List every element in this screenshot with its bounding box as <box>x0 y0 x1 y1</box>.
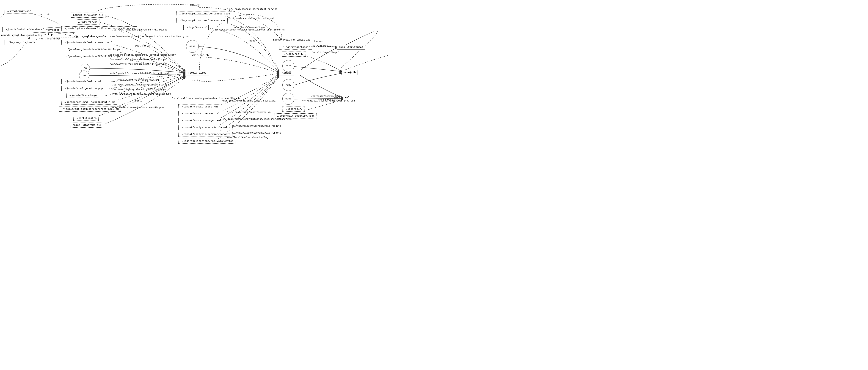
mysql-for-tomcat-node: mysql-for-tomcat <box>337 45 365 50</box>
certs-label2: certs <box>192 79 200 82</box>
var-www-urlmaker-label: /var/www/html/cgi-modules/GKB/URLMaker.p… <box>110 63 166 66</box>
certificates-node: ./certificates <box>73 116 98 121</box>
neo4j-db-node: neo4j-db <box>342 70 358 75</box>
usr-local-tomcat-webapps-fireworks-label: /usr/local/tomcat/webapps/download/curre… <box>213 29 285 31</box>
backup-label1: backup <box>43 33 53 36</box>
port-8082-node: 8082 <box>186 40 199 53</box>
init-sh-label1: init.sh <box>39 13 50 16</box>
joomla-frontpage3-node: ./joomla/cgi-modules/GKB/FrontPage3.pm <box>59 106 121 111</box>
logs-mysql-tomcat-node: ./logs/mysql/tomcat <box>279 45 312 50</box>
logs-mysql-joomla-node: ./logs/mysql/joomla <box>5 40 37 45</box>
wait-for-sh2-label: wait-for.sh <box>192 54 209 57</box>
wait-for-sh1-node: ./wait-for.sh <box>75 20 99 25</box>
port-7474-node: 7474 <box>282 60 294 72</box>
etc-apache2-000-label: /etc/apache2/sites-common/000-default-co… <box>108 54 176 56</box>
var-lib-neo4j-logs-label: /var/lib/neo4j/logs/ <box>311 52 339 54</box>
joomla-website-db-node: ./joomla/Website/database/ <box>2 27 46 32</box>
init-sh-top-label: init.sh <box>190 3 200 6</box>
logs-applications-datacontent-node: ./logs/applications/DataContent <box>177 18 227 23</box>
var-www-config-php-label: /var/www/html/configuration.php <box>117 79 159 81</box>
joomla-000-default-conf-node: ./joomla/000-default.conf <box>61 79 103 84</box>
usr-local-search-content-label: /usr/local/search/log/content-service <box>226 8 277 10</box>
logs-applications-content-node: ./logs/applications/ContentService <box>177 11 232 16</box>
var-www-diagram-label: /var/www/html/download/current/diagram <box>112 106 164 109</box>
var-log-mysql2-label: /var/log/mysql <box>311 45 331 47</box>
var-www-secrets-label: /var/www/html/cgi-modules/GKB/Secrets.pm <box>112 83 167 86</box>
etc-apache2-enabled-label: /etc/apache2/sites-enabled/000-default.c… <box>110 72 169 75</box>
joomla-cgi-instruction-target-label: /var/www/html/cgi-modules/GKB/Utils/Inst… <box>110 35 188 38</box>
var-www-webutils-label: /var/www/html/cgi-modules/GKB/WebUtils.p… <box>110 59 166 61</box>
joomla-secrets-node: ./joomla/Secrets.pm <box>66 93 99 98</box>
var-log-mysql1-label: /var/log/mysql <box>39 37 60 40</box>
mysql-init-node: ./mysql/init.sh/ <box>5 9 33 14</box>
port-8983-node: 8983 <box>282 93 294 105</box>
joomla-000-default-node: ./joomla/000-default-common.conf <box>61 40 114 45</box>
usr-local-tomcat-conf-server-label: /usr/local/tomcat/conf/server.xml <box>226 111 272 114</box>
joomla-webutils-node: ./joomla/cgi-modules/GKB/WebUtils.pm <box>64 47 122 52</box>
certs-label1: certs <box>135 100 142 102</box>
diagram-container: ./mysql/init.sh/ docker-entrypoint-initd… <box>0 0 868 370</box>
joomla-sites-node: joomla-sites <box>185 70 209 76</box>
named-mysql-tomcat-log-label: named: mysql-for-tomcat-log <box>273 39 310 41</box>
tomcat-server-xml-node: ./tomcat/tomcat-server.xml <box>178 111 222 116</box>
usr-local-tomcat-conf-users-label: /usr/local/tomcat/conf/tomcat-users.xml <box>222 100 276 102</box>
var-www-download-fireworks-label: /var/www/html/download/current/fireworks <box>112 29 167 31</box>
port-8080-label: 8080 <box>249 39 255 42</box>
logs-tomcat-node: ./logs/tomcat/ <box>183 25 209 30</box>
tomcat-users-xml-node: ./tomcat/tomcat-users.xml <box>178 104 220 109</box>
solr-node: solr <box>343 95 353 100</box>
backup-label2: backup <box>314 40 323 43</box>
logs-neo4j-node: ./logs/neo4j/ <box>282 52 306 57</box>
tomcat-manager-xml-node: ./tomcat/tomcat-manager.xml <box>178 118 223 123</box>
var-www-config-pm-label: /var/www/html/cgi-modules/GKB/Config.pm <box>112 88 166 91</box>
named-mysql-joomla-label: named: mysql-for-joomla-log <box>1 34 42 37</box>
port-7687-node: 7687 <box>282 79 294 91</box>
wait-for-sh-label: wait-for.sh <box>135 45 150 47</box>
joomla-config-node: ./joomla/cgi-modules/GKB/Config.pm <box>61 100 117 105</box>
tomcat-analysis-results-node: ./tomcat/analysis-service/results <box>178 125 232 130</box>
logs-applications-analysis-node: ./logs/applications/AnalysisService <box>178 139 236 144</box>
opt-solr-server-logs-label: /opt/solr/server/logs/ <box>311 95 342 98</box>
logs-solr-node: ./logs/solr/ <box>282 106 305 111</box>
mysql-for-joomla-node: mysql-for-joomla <box>80 34 108 39</box>
var-www-frontpage3-label: /var/www/html/cgi-modules/GKB/FrontPage3… <box>112 93 171 95</box>
named-fireworks-dir-node: named: fireworks-dir <box>71 12 105 18</box>
tomcat-analysis-reports-node: ./tomcat/analysis-service/reports <box>178 132 232 137</box>
joomla-configuration-node: ./joomla/configuration.php <box>61 86 105 91</box>
named-diagrams-dir-node: named: diagrams-dir <box>71 123 103 128</box>
solr-security-node: ./solr/solr-security.json <box>275 113 316 119</box>
usr-local-search-data-label: /usr/local/search/log/data-content <box>227 17 274 20</box>
